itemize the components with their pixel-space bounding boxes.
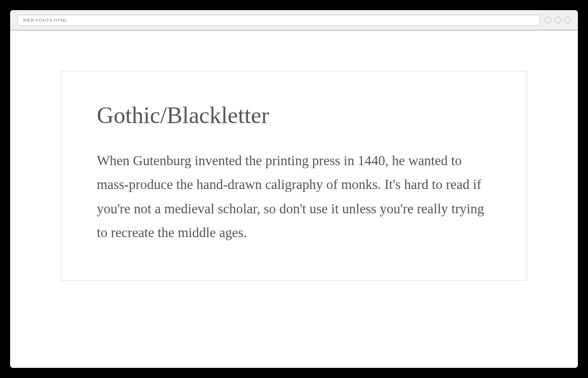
minimize-icon[interactable] xyxy=(545,17,552,23)
url-text: WEB-FONTS.HTML xyxy=(23,18,67,23)
close-icon[interactable] xyxy=(564,17,571,23)
address-bar[interactable]: WEB-FONTS.HTML xyxy=(17,15,540,26)
browser-window: WEB-FONTS.HTML Gothic/Blackletter When G… xyxy=(10,10,578,368)
browser-chrome: WEB-FONTS.HTML xyxy=(10,10,578,30)
maximize-icon[interactable] xyxy=(555,17,561,23)
page-heading: Gothic/Blackletter xyxy=(97,102,491,129)
body-paragraph: When Gutenburg invented the printing pre… xyxy=(97,149,491,245)
content-area: Gothic/Blackletter When Gutenburg invent… xyxy=(10,30,578,368)
content-card: Gothic/Blackletter When Gutenburg invent… xyxy=(61,71,527,281)
window-controls xyxy=(545,17,571,23)
